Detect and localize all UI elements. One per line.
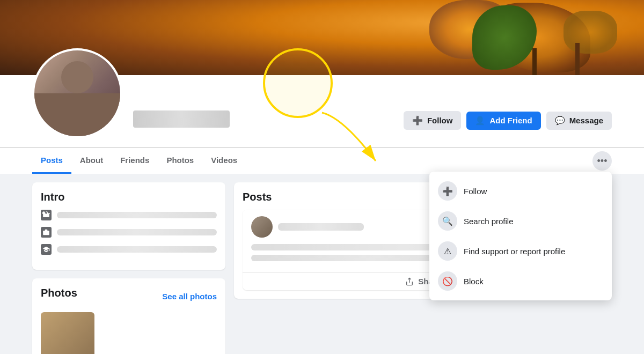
message-icon: 💬 (555, 116, 565, 126)
add-friend-button[interactable]: 👤 Add Friend (466, 112, 540, 130)
photos-title: Photos (41, 287, 77, 299)
intro-text-3 (57, 246, 217, 253)
nav-more-button[interactable]: ••• (592, 151, 612, 171)
dropdown-search-profile[interactable]: 🔍 Search profile (429, 206, 612, 236)
dropdown-follow[interactable]: ➕ Follow (429, 176, 612, 206)
dropdown-search-label: Search profile (464, 217, 514, 226)
follow-icon: ➕ (412, 115, 423, 126)
intro-text-2 (57, 229, 217, 235)
photos-grid (41, 312, 217, 354)
avatar (32, 48, 122, 138)
add-friend-icon: 👤 (475, 116, 485, 126)
tab-posts[interactable]: Posts (32, 148, 71, 174)
intro-item-3 (41, 244, 217, 255)
follow-label: Follow (427, 116, 453, 125)
education-icon (41, 244, 52, 255)
dropdown-report-icon: ⚠ (438, 241, 457, 261)
tab-about[interactable]: About (71, 148, 112, 174)
profile-name (133, 110, 230, 128)
profile-section: ➕ Follow 👤 Add Friend 💬 Message (0, 75, 644, 148)
dropdown-search-icon: 🔍 (438, 211, 457, 231)
nav-tabs: Posts About Friends Photos Videos ••• (0, 148, 644, 174)
intro-text-1 (57, 212, 217, 218)
tab-photos[interactable]: Photos (158, 148, 202, 174)
profile-name-area (133, 110, 230, 138)
dropdown-menu: ➕ Follow 🔍 Search profile ⚠ Find support… (429, 172, 612, 300)
dropdown-follow-icon: ➕ (438, 181, 457, 201)
post-avatar (251, 216, 273, 238)
dropdown-follow-label: Follow (464, 187, 487, 196)
intro-card: Intro (32, 182, 225, 270)
intro-item-1 (41, 210, 217, 220)
intro-title: Intro (41, 191, 217, 203)
post-author-name (278, 223, 364, 231)
work-icon (41, 210, 52, 220)
message-label: Message (569, 116, 603, 125)
add-friend-label: Add Friend (489, 116, 532, 125)
dropdown-block-icon: 🚫 (438, 271, 457, 291)
see-all-photos-link[interactable]: See all photos (162, 292, 217, 301)
tab-friends[interactable]: Friends (112, 148, 158, 174)
photos-card: Photos See all photos (32, 278, 225, 354)
photos-header: Photos See all photos (41, 287, 217, 306)
dropdown-block-label: Block (464, 277, 484, 286)
work-icon-2 (41, 227, 52, 238)
post-meta (278, 223, 364, 231)
photo-thumbnail[interactable] (41, 312, 94, 354)
message-button[interactable]: 💬 Message (546, 112, 612, 130)
intro-item-2 (41, 227, 217, 238)
svg-rect-0 (43, 231, 49, 235)
profile-actions: ➕ Follow 👤 Add Friend 💬 Message (404, 111, 612, 138)
dropdown-report[interactable]: ⚠ Find support or report profile (429, 236, 612, 266)
follow-button[interactable]: ➕ Follow (404, 111, 462, 130)
avatar-wrapper (32, 48, 122, 138)
tab-videos[interactable]: Videos (202, 148, 246, 174)
dropdown-report-label: Find support or report profile (464, 247, 565, 256)
left-column: Intro Photos (32, 182, 225, 354)
dropdown-block[interactable]: 🚫 Block (429, 266, 612, 296)
